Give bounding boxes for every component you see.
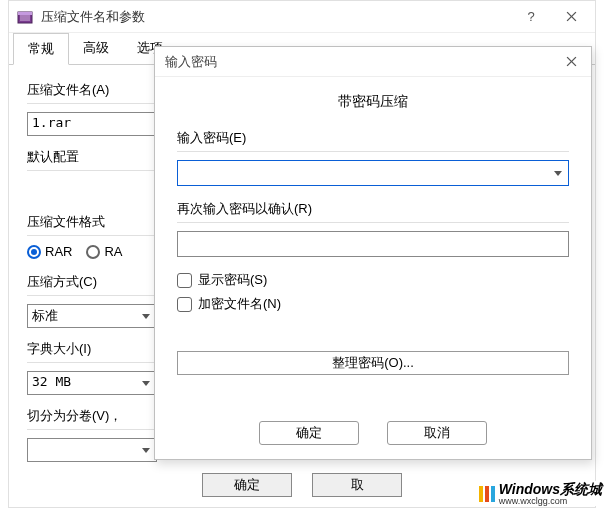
method-select[interactable]: 标准: [27, 304, 157, 328]
radio-rar[interactable]: RAR: [27, 244, 72, 259]
winrar-icon: [17, 9, 33, 25]
split-input[interactable]: [27, 438, 157, 462]
pwd-ok-button[interactable]: 确定: [259, 421, 359, 445]
radio-rar4[interactable]: RA: [86, 244, 122, 259]
pwd-dialog-buttons: 确定 取消: [155, 421, 591, 445]
pwd-cancel-button[interactable]: 取消: [387, 421, 487, 445]
radio-rar-label: RAR: [45, 244, 72, 259]
manage-passwords-button[interactable]: 整理密码(O)...: [177, 351, 569, 375]
show-password-label: 显示密码(S): [198, 271, 267, 289]
main-cancel-button[interactable]: 取: [312, 473, 402, 497]
help-button[interactable]: ?: [511, 3, 551, 31]
password-dialog: 输入密码 带密码压缩 输入密码(E) 再次输入密码以确认(R) 显示密码(S) …: [154, 46, 592, 460]
watermark-url: www.wxclgg.com: [499, 496, 602, 506]
pwd-title: 输入密码: [165, 53, 555, 71]
radio-dot-icon: [86, 245, 100, 259]
divider: [177, 151, 569, 152]
radio-rar4-label: RA: [104, 244, 122, 259]
tab-general[interactable]: 常规: [13, 33, 69, 65]
pwd-body: 带密码压缩 输入密码(E) 再次输入密码以确认(R) 显示密码(S) 加密文件名…: [155, 77, 591, 387]
watermark: Windows系统城 www.wxclgg.com: [477, 481, 604, 506]
main-ok-button[interactable]: 确定: [202, 473, 292, 497]
divider: [177, 222, 569, 223]
encrypt-names-checkbox[interactable]: 加密文件名(N): [177, 295, 569, 313]
show-password-checkbox[interactable]: 显示密码(S): [177, 271, 569, 289]
pwd-close-button[interactable]: [555, 50, 587, 74]
password-confirm-input[interactable]: [177, 231, 569, 257]
checkbox-icon: [177, 273, 192, 288]
dict-select[interactable]: 32 MB: [27, 371, 157, 395]
encrypt-names-label: 加密文件名(N): [198, 295, 281, 313]
password-input[interactable]: [177, 160, 569, 186]
main-title: 压缩文件名和参数: [41, 8, 511, 26]
svg-rect-1: [18, 12, 32, 15]
watermark-logo-icon: [479, 486, 495, 502]
main-titlebar: 压缩文件名和参数 ?: [9, 1, 595, 33]
watermark-brand: Windows系统城: [499, 481, 602, 497]
pwd-enter-label: 输入密码(E): [177, 129, 569, 147]
radio-dot-icon: [27, 245, 41, 259]
checkbox-icon: [177, 297, 192, 312]
close-button[interactable]: [551, 3, 591, 31]
pwd-heading: 带密码压缩: [177, 93, 569, 111]
pwd-confirm-label: 再次输入密码以确认(R): [177, 200, 569, 218]
pwd-titlebar: 输入密码: [155, 47, 591, 77]
tab-advanced[interactable]: 高级: [69, 33, 123, 64]
